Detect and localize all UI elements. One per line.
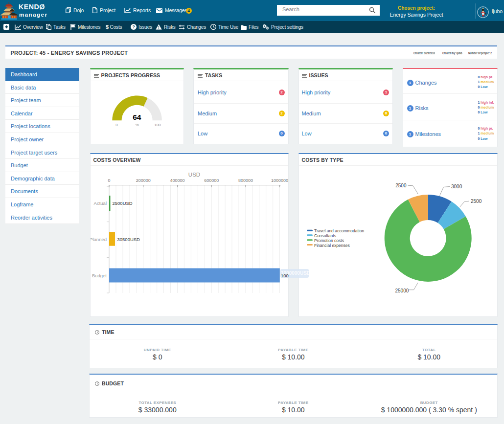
- svg-text:0: 0: [108, 178, 110, 183]
- svg-text:2500: 2500: [471, 199, 482, 204]
- svg-text:25000: 25000: [395, 288, 409, 293]
- svg-text:400000: 400000: [170, 178, 184, 183]
- svg-text:64: 64: [133, 112, 141, 121]
- svg-text:200000: 200000: [136, 178, 150, 183]
- svg-text:Promotion costs: Promotion costs: [314, 238, 344, 243]
- svg-text:Consultants: Consultants: [314, 233, 336, 238]
- svg-text:2500USD: 2500USD: [112, 201, 132, 206]
- svg-text:Travel and accommodation: Travel and accommodation: [314, 228, 364, 233]
- svg-text:Financial expenses: Financial expenses: [314, 243, 350, 248]
- svg-text:100: 100: [154, 122, 161, 127]
- svg-text:3000: 3000: [451, 184, 462, 189]
- svg-text:Budget: Budget: [92, 273, 106, 278]
- svg-text:Planned: Planned: [91, 237, 107, 242]
- svg-text:USD: USD: [188, 172, 200, 178]
- svg-text:1000000: 1000000: [271, 178, 288, 183]
- svg-text:800000: 800000: [238, 178, 252, 183]
- svg-text:30500USD: 30500USD: [117, 237, 140, 242]
- svg-text:%: %: [135, 122, 138, 127]
- svg-text:Actual: Actual: [93, 201, 106, 206]
- svg-text:?: ?: [132, 24, 135, 29]
- svg-text:2500: 2500: [395, 183, 407, 188]
- svg-text:600000: 600000: [204, 178, 219, 183]
- svg-text:0: 0: [115, 122, 118, 127]
